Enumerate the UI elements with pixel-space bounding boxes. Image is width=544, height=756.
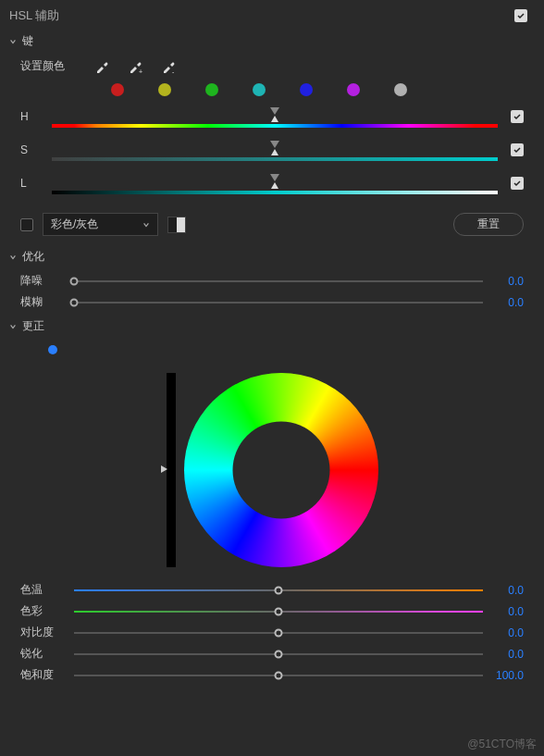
color-mode-value: 彩色/灰色 — [51, 217, 98, 232]
section-correct-header[interactable]: 更正 — [0, 313, 544, 340]
contrast-value[interactable]: 0.0 — [496, 626, 524, 639]
chevron-down-icon — [9, 38, 17, 45]
denoise-value[interactable]: 0.0 — [496, 275, 524, 288]
correct-mode-icons — [0, 340, 544, 364]
watermark: @51CTO博客 — [467, 737, 537, 752]
temperature-slider[interactable] — [74, 589, 483, 591]
section-correct-label: 更正 — [22, 318, 44, 334]
denoise-row: 降噪 0.0 — [0, 270, 544, 291]
lightness-slider[interactable] — [52, 172, 498, 194]
tint-slider[interactable] — [74, 611, 483, 613]
denoise-label: 降噪 — [20, 273, 61, 289]
blur-label: 模糊 — [20, 294, 61, 310]
eyedropper-plus-icon[interactable]: + — [128, 59, 142, 74]
contrast-row: 对比度 0.0 — [0, 622, 544, 643]
color-wheel[interactable] — [184, 373, 378, 567]
swatch-yellow[interactable] — [158, 83, 171, 96]
intensity-knob[interactable] — [160, 464, 171, 477]
chevron-down-icon — [142, 221, 150, 229]
tint-row: 色彩 0.0 — [0, 601, 544, 622]
temperature-label: 色温 — [20, 582, 61, 598]
svg-text:+: + — [139, 68, 142, 74]
swatch-magenta[interactable] — [347, 83, 360, 96]
eyedropper-icon[interactable] — [94, 59, 109, 74]
denoise-slider[interactable] — [74, 274, 483, 289]
saturation-slider[interactable] — [74, 675, 483, 676]
tint-label: 色彩 — [20, 603, 61, 619]
hue-slider[interactable] — [52, 105, 498, 128]
section-optimize-label: 优化 — [22, 249, 44, 265]
set-color-row: 设置颜色 + - — [0, 55, 544, 78]
swatch-red[interactable] — [111, 83, 124, 96]
contrast-label: 对比度 — [20, 625, 61, 640]
blur-slider[interactable] — [74, 295, 483, 310]
panel-enable-checkbox[interactable] — [514, 9, 527, 22]
lightness-slider-row: L — [20, 172, 524, 194]
swatch-gray[interactable] — [394, 83, 407, 96]
color-mode-checkbox[interactable] — [20, 218, 33, 231]
section-key-header[interactable]: 键 — [0, 28, 544, 55]
temperature-value[interactable]: 0.0 — [496, 584, 524, 597]
sharpen-label: 锐化 — [20, 646, 61, 662]
panel-header: HSL 辅助 — [0, 0, 544, 28]
temperature-row: 色温 0.0 — [0, 579, 544, 601]
chevron-down-icon — [9, 323, 17, 330]
s-enable-checkbox[interactable] — [511, 143, 524, 156]
hue-slider-row: H — [20, 105, 524, 128]
svg-marker-7 — [271, 182, 278, 189]
panel-title: HSL 辅助 — [9, 7, 59, 24]
saturation-value[interactable]: 100.0 — [496, 669, 524, 682]
color-mode-row: 彩色/灰色 重置 — [0, 205, 544, 243]
chevron-down-icon — [9, 254, 17, 261]
color-wheel-area — [0, 368, 544, 572]
l-label: L — [20, 177, 39, 190]
svg-marker-3 — [271, 116, 278, 122]
sharpen-slider[interactable] — [74, 653, 483, 655]
set-color-label: 设置颜色 — [20, 58, 67, 74]
svg-text:-: - — [172, 68, 175, 74]
section-optimize-header[interactable]: 优化 — [0, 243, 544, 270]
sharpen-row: 锐化 0.0 — [0, 643, 544, 664]
sharpen-value[interactable]: 0.0 — [496, 648, 524, 661]
l-enable-checkbox[interactable] — [511, 177, 524, 190]
s-label: S — [20, 143, 39, 156]
swatch-blue[interactable] — [300, 83, 313, 96]
saturation-row: 饱和度 100.0 — [0, 664, 544, 686]
saturation-slider[interactable] — [52, 139, 498, 161]
blur-value[interactable]: 0.0 — [496, 296, 524, 309]
blur-row: 模糊 0.0 — [0, 291, 544, 313]
rgb-mode-icon[interactable] — [48, 345, 57, 354]
eyedropper-minus-icon[interactable]: - — [161, 59, 176, 74]
section-key-label: 键 — [22, 33, 33, 49]
saturation-slider-row: S — [20, 139, 524, 161]
svg-marker-11 — [161, 465, 167, 473]
h-label: H — [20, 110, 39, 123]
contrast-slider[interactable] — [74, 632, 483, 634]
h-enable-checkbox[interactable] — [511, 110, 524, 123]
swatch-green[interactable] — [205, 83, 218, 96]
svg-marker-5 — [271, 149, 278, 155]
mask-toggle[interactable] — [167, 217, 186, 233]
tint-value[interactable]: 0.0 — [496, 605, 524, 618]
swatch-cyan[interactable] — [253, 83, 266, 96]
color-swatches — [0, 78, 544, 105]
reset-button[interactable]: 重置 — [453, 213, 524, 236]
saturation-label: 饱和度 — [20, 667, 61, 683]
color-mode-dropdown[interactable]: 彩色/灰色 — [43, 213, 158, 236]
